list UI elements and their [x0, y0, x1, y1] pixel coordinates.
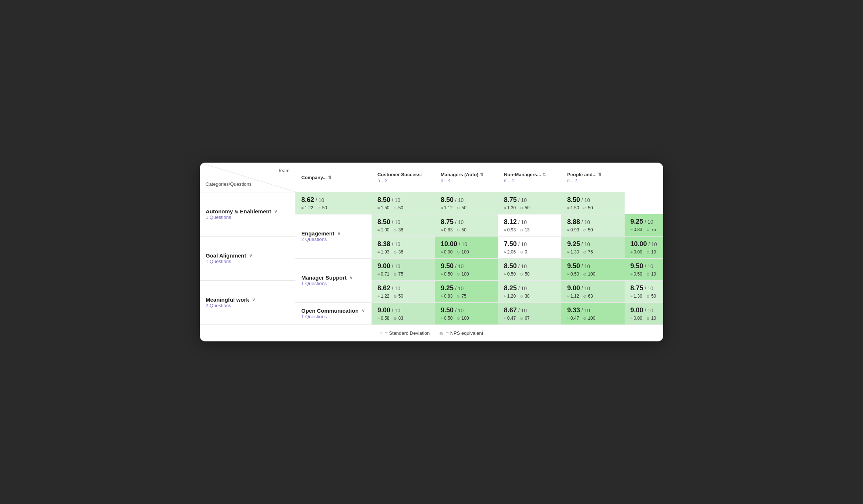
category-name-cell: Manager Support ∨ 1 Questions	[295, 258, 372, 302]
score-display: 8.50 / 10	[377, 218, 429, 226]
stddev-meta-icon: ≈	[377, 316, 380, 320]
category-chevron-icon[interactable]: ∨	[249, 253, 252, 258]
score-meta: ≈ 0.47 ☺ 67	[504, 316, 555, 321]
nps-meta: ☺ 10	[646, 249, 656, 255]
stddev-value: 1.12	[571, 294, 579, 299]
nps-meta: ☺ 50	[393, 294, 403, 299]
score-denom: / 10	[455, 263, 464, 269]
stddev-value: 0.00	[634, 316, 642, 321]
nps-value: 75	[398, 271, 403, 277]
nps-meta-icon: ☺	[456, 272, 460, 276]
score-denom: / 10	[644, 308, 653, 313]
stddev-value: 1.30	[507, 205, 516, 210]
stddev-value: 0.47	[571, 316, 579, 321]
stddev-meta-icon: ≈	[504, 316, 506, 320]
data-cell: 9.00 / 10 ≈ 0.71 ☺ 75	[372, 258, 435, 280]
stddev-value: 0.71	[381, 271, 389, 277]
score-meta: ≈ 0.83 ☺ 75	[441, 294, 492, 299]
nps-meta: ☺ 100	[583, 271, 595, 277]
category-title: Autonomy & Enablement	[206, 208, 271, 214]
legend-nps: ☺ = NPS equivalent	[438, 330, 483, 336]
score-meta: ≈ 0.00 ☺ 10	[631, 249, 657, 255]
score-denom: / 10	[392, 285, 400, 291]
data-cell: 9.25 / 10 ≈ 0.83 ☺ 75	[435, 280, 498, 302]
stddev-value: 2.06	[507, 249, 516, 255]
data-cell: 8.75 / 10 ≈ 1.30 ☺ 50	[498, 192, 561, 214]
stddev-icon: ≈	[380, 330, 383, 336]
category-chevron-icon[interactable]: ∨	[349, 275, 353, 280]
score-denom: / 10	[392, 263, 400, 269]
score-display: 9.25 / 10	[441, 284, 492, 292]
data-table: Team Categories/Questions Company... ⇅ C…	[200, 163, 663, 325]
stddev-meta-icon: ≈	[567, 294, 569, 298]
nps-value: 75	[462, 294, 466, 299]
category-chevron-icon[interactable]: ∨	[274, 209, 277, 214]
col-header-company[interactable]: Company... ⇅	[295, 163, 372, 192]
category-chevron-icon[interactable]: ∨	[252, 297, 255, 302]
stddev-value: 0.50	[444, 271, 452, 277]
table-wrapper: Team Categories/Questions Company... ⇅ C…	[200, 163, 663, 325]
score-denom: / 10	[455, 308, 464, 313]
stddev-meta-icon: ≈	[504, 206, 506, 210]
score-value: 8.12	[504, 218, 517, 226]
category-questions: 2 Questions	[206, 303, 290, 308]
score-denom: / 10	[644, 263, 653, 269]
score-display: 9.25 / 10	[567, 240, 619, 248]
nps-value: 83	[398, 316, 403, 321]
score-value: 8.88	[567, 218, 580, 226]
col-header-managers-auto[interactable]: Managers (Auto) ⇅ n = 4	[435, 163, 498, 192]
col-header-non-managers[interactable]: Non-Managers... ⇅ n = 4	[498, 163, 561, 192]
score-display: 8.62 / 10	[377, 284, 429, 292]
nps-meta-icon: ☺	[393, 294, 397, 298]
score-display: 9.50 / 10	[441, 262, 492, 270]
score-denom: / 10	[518, 219, 527, 225]
stddev-meta-icon: ≈	[567, 272, 569, 276]
score-meta: ≈ 0.50 ☺ 50	[504, 271, 555, 277]
category-chevron-icon[interactable]: ∨	[362, 308, 365, 313]
score-denom: / 10	[582, 197, 590, 203]
col-non-managers-sort-icon[interactable]: ⇅	[543, 172, 546, 177]
nps-value: 50	[588, 227, 593, 233]
nps-value: 38	[398, 227, 403, 233]
data-cell: 9.50 / 10 ≈ 0.50 ☺ 10	[625, 258, 663, 280]
stddev-meta: ≈ 0.00	[631, 316, 642, 321]
legend-stddev-label: = Standard Deviation	[385, 330, 430, 336]
stddev-meta-icon: ≈	[631, 272, 633, 276]
score-value: 8.50	[377, 196, 390, 203]
nps-value: 50	[588, 205, 593, 210]
score-display: 9.00 / 10	[567, 284, 619, 292]
score-value: 9.25	[631, 218, 643, 225]
nps-meta-icon: ☺	[393, 250, 397, 254]
category-name-cell: Meaningful work ∨ 2 Questions	[200, 280, 295, 324]
score-display: 8.50 / 10	[504, 262, 555, 270]
score-meta: ≈ 0.47 ☺ 100	[567, 316, 619, 321]
nps-value: 75	[651, 227, 656, 232]
stddev-meta: ≈ 0.83	[631, 227, 642, 232]
col-people-and-sort-icon[interactable]: ⇅	[598, 172, 601, 177]
nps-meta: ☺ 50	[456, 227, 466, 233]
col-header-customer-success[interactable]: Customer Success↑ n = 2	[372, 163, 435, 192]
score-display: 7.50 / 10	[504, 240, 555, 248]
nps-value: 50	[525, 271, 529, 277]
score-denom: / 10	[648, 241, 657, 247]
nps-meta: ☺ 100	[456, 271, 469, 277]
col-managers-auto-sort-icon[interactable]: ⇅	[480, 172, 483, 177]
stddev-meta: ≈ 1.93	[377, 249, 389, 255]
col-header-people-and[interactable]: People and... ⇅ n = 2	[561, 163, 625, 192]
score-meta: ≈ 1.12 ☺ 63	[567, 294, 619, 299]
stddev-meta-icon: ≈	[504, 294, 506, 298]
score-value: 9.50	[441, 262, 454, 270]
stddev-value: 1.30	[634, 294, 642, 299]
stddev-meta: ≈ 0.71	[377, 271, 389, 277]
score-display: 8.67 / 10	[504, 306, 555, 314]
data-cell: 8.12 / 10 ≈ 0.93 ☺ 13	[498, 214, 561, 236]
score-value: 8.62	[301, 196, 314, 203]
stddev-meta-icon: ≈	[441, 294, 443, 298]
stddev-value: 0.83	[634, 227, 642, 232]
stddev-value: 0.93	[571, 227, 579, 233]
category-chevron-icon[interactable]: ∨	[337, 231, 341, 236]
nps-meta-icon: ☺	[519, 294, 523, 298]
nps-meta: ☺ 75	[393, 271, 403, 277]
category-title: Meaningful work	[206, 297, 249, 303]
col-company-sort-icon[interactable]: ⇅	[328, 175, 331, 180]
